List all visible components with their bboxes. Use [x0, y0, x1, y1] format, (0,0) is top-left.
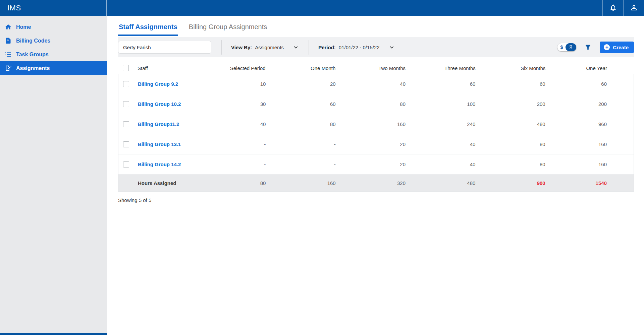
billing-group-link[interactable]: Billing Group 13.1: [134, 141, 214, 147]
chevron-down-icon: [292, 44, 299, 51]
cell-value: -: [284, 141, 354, 147]
app-title: IMS: [7, 4, 21, 12]
table-header-row: Staff Selected Period One Month Two Mont…: [118, 62, 634, 74]
create-button-label: Create: [613, 45, 629, 50]
sidebar-item-label: Billing Codes: [16, 38, 50, 44]
row-checkbox[interactable]: [123, 101, 129, 107]
cell-value: 40: [424, 161, 494, 167]
column-header-three-months: Three Months: [424, 65, 494, 71]
cell-value: 40: [424, 141, 494, 147]
home-icon: [4, 23, 12, 31]
cell-value: 60: [424, 81, 494, 87]
totals-label: Hours Assigned: [134, 180, 214, 186]
cell-value: 160: [564, 141, 634, 147]
period-label: Period:: [318, 45, 336, 50]
sidebar-item-label: Home: [16, 24, 31, 30]
sidebar-item-task-groups[interactable]: Task Groups: [0, 48, 107, 61]
total-value: 80: [214, 180, 284, 186]
tab-staff-assignments[interactable]: Staff Assignments: [118, 21, 178, 36]
row-checkbox[interactable]: [123, 81, 129, 87]
app-logo[interactable]: IMS: [0, 0, 107, 16]
dollar-hours-toggle[interactable]: $: [557, 43, 576, 51]
sidebar-item-home[interactable]: Home: [0, 20, 107, 34]
create-button[interactable]: + Create: [600, 42, 634, 53]
sidebar-item-label: Task Groups: [16, 52, 49, 58]
cell-value: -: [284, 161, 354, 167]
tab-billing-group-assignments[interactable]: Billing Group Assignments: [188, 21, 268, 36]
view-by-dropdown[interactable]: View By: Assignments: [231, 44, 299, 51]
column-header-one-year: One Year: [564, 65, 634, 71]
column-header-one-month: One Month: [284, 65, 354, 71]
cell-value: 160: [564, 161, 634, 167]
filter-divider: [221, 40, 222, 55]
sidebar-bottom-strip: [0, 333, 107, 335]
sidebar-item-billing-codes[interactable]: $ Billing Codes: [0, 34, 107, 48]
cell-value: 20: [354, 161, 424, 167]
results-count: Showing 5 of 5: [118, 197, 634, 203]
table-row: Billing Group 10.2 30 60 80 100 200 200: [118, 94, 634, 114]
cell-value: -: [214, 161, 284, 167]
cell-value: -: [214, 141, 284, 147]
cell-value: 160: [354, 121, 424, 127]
cell-value: 80: [284, 121, 354, 127]
notifications-button[interactable]: [602, 0, 623, 16]
total-value-overage: 1540: [564, 180, 634, 186]
hourglass-icon: [566, 43, 576, 51]
cell-value: 40: [354, 81, 424, 87]
row-checkbox[interactable]: [123, 121, 129, 127]
cell-value: 10: [214, 81, 284, 87]
billing-group-link[interactable]: Billing Group 10.2: [134, 101, 214, 107]
cell-value: 20: [284, 81, 354, 87]
account-button[interactable]: [623, 0, 644, 16]
column-header-two-months: Two Months: [354, 65, 424, 71]
sidebar-item-label: Assignments: [16, 65, 50, 71]
view-by-value: Assignments: [255, 45, 284, 50]
assignments-icon: [4, 65, 12, 72]
row-checkbox[interactable]: [123, 161, 129, 168]
funnel-icon[interactable]: [584, 44, 592, 51]
column-header-six-months: Six Months: [494, 65, 564, 71]
total-value: 160: [284, 180, 354, 186]
totals-row: Hours Assigned 80 160 320 480 900 1540: [118, 175, 634, 191]
user-icon: [630, 4, 638, 13]
select-all-checkbox[interactable]: [123, 65, 129, 71]
plus-icon: +: [604, 44, 610, 50]
billing-codes-icon: $: [4, 37, 12, 45]
chevron-down-icon: [388, 44, 395, 51]
cell-value: 200: [494, 101, 564, 107]
svg-text:$: $: [7, 39, 9, 42]
cell-value: 60: [564, 81, 634, 87]
table-row: Billing Group 13.1 - - 20 40 80 160: [118, 134, 634, 154]
main-content: Staff Assignments Billing Group Assignme…: [107, 16, 644, 335]
cell-value: 100: [424, 101, 494, 107]
tab-bar: Staff Assignments Billing Group Assignme…: [118, 16, 634, 36]
table-row: Billing Group 14.2 - - 20 40 80 160: [118, 154, 634, 175]
cell-value: 60: [284, 101, 354, 107]
period-dropdown[interactable]: Period: 01/01/22 - 0/15/22: [318, 44, 395, 51]
billing-group-link[interactable]: Billing Group 9.2: [134, 81, 214, 87]
cell-value: 60: [494, 81, 564, 87]
table-row: Billing Group 9.2 10 20 40 60 60 60: [118, 74, 634, 94]
search-input[interactable]: [118, 41, 211, 54]
sidebar: Home $ Billing Codes Task Groups Assignm…: [0, 16, 107, 335]
bell-icon: [609, 4, 617, 13]
billing-group-link[interactable]: Billing Group 14.2: [134, 161, 214, 167]
cell-value: 30: [214, 101, 284, 107]
cell-value: 20: [354, 141, 424, 147]
total-value: 480: [424, 180, 494, 186]
row-checkbox[interactable]: [123, 141, 129, 147]
filter-divider: [309, 40, 309, 55]
task-groups-icon: [4, 51, 12, 58]
column-header-selected-period: Selected Period: [214, 65, 284, 71]
total-value-overage: 900: [494, 180, 564, 186]
period-value: 01/01/22 - 0/15/22: [339, 45, 380, 50]
cell-value: 960: [564, 121, 634, 127]
table-row: Billing Group11.2 40 80 160 240 480 960: [118, 114, 634, 134]
cell-value: 40: [214, 121, 284, 127]
cell-value: 80: [354, 101, 424, 107]
cell-value: 240: [424, 121, 494, 127]
cell-value: 480: [494, 121, 564, 127]
view-by-label: View By:: [231, 45, 252, 50]
billing-group-link[interactable]: Billing Group11.2: [134, 121, 214, 127]
sidebar-item-assignments[interactable]: Assignments: [0, 61, 107, 75]
